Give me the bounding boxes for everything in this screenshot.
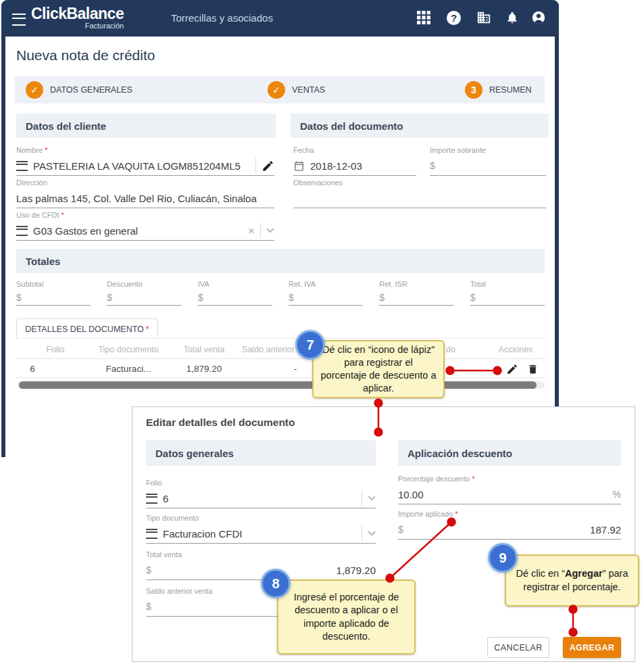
- page-title: Nueva nota de crédito: [16, 47, 155, 64]
- callout-7-box: Dé clic en “icono de lápiz” para registr…: [312, 340, 445, 398]
- list-handle-icon: [146, 494, 157, 504]
- total-descuento-field[interactable]: Descuento $: [107, 280, 181, 306]
- required-marker: *: [472, 475, 474, 483]
- observaciones-field[interactable]: Observaciones: [293, 179, 546, 208]
- chevron-down-icon[interactable]: [368, 531, 376, 536]
- section-datos-cliente: Datos del cliente: [16, 114, 276, 138]
- person-icon: [531, 10, 546, 25]
- agregar-button[interactable]: AGREGAR: [563, 637, 621, 658]
- step-datos-generales[interactable]: ✓ DATOS GENERALES: [26, 81, 132, 99]
- tipo-documento-label: Tipo documento: [146, 514, 376, 523]
- list-handle-icon: [146, 529, 157, 539]
- step-label: DATOS GENERALES: [50, 85, 132, 95]
- edit-row-button[interactable]: [506, 363, 518, 375]
- currency-prefix: $: [470, 292, 476, 303]
- total-subtotal-field[interactable]: Subtotal $: [16, 280, 91, 306]
- porcentaje-value: 10.00: [398, 489, 424, 500]
- total-total-field[interactable]: Total $: [470, 280, 545, 306]
- folio-label: Folio: [146, 479, 376, 488]
- required-marker: *: [61, 211, 64, 219]
- col-header-folio: Folio: [35, 345, 76, 354]
- list-handle-icon: [16, 226, 28, 236]
- apps-grid-icon[interactable]: [417, 11, 430, 24]
- bell-icon: [505, 10, 519, 25]
- step-resumen[interactable]: 3 RESUMEN: [465, 81, 532, 99]
- section-datos-documento: Datos del documento: [291, 114, 549, 138]
- tab-detalles-documento[interactable]: DETALLES DEL DOCUMENTO*: [16, 318, 158, 339]
- total-label: Ret. IVA: [289, 280, 363, 289]
- total-label: Descuento: [107, 280, 181, 289]
- total-ret-isr-field[interactable]: Ret. ISR $: [379, 280, 453, 306]
- list-handle-icon: [16, 161, 28, 171]
- account-button[interactable]: [531, 10, 546, 25]
- total-venta-label: Total venta: [146, 550, 376, 559]
- step-check-icon: ✓: [268, 81, 285, 99]
- tabs-divider: [16, 338, 545, 339]
- total-label: Subtotal: [16, 280, 91, 289]
- cell-saldo-anterior: -: [289, 364, 302, 374]
- tipo-documento-value: Facturacion CFDI: [163, 528, 243, 540]
- dialog-tipo-documento-field[interactable]: Tipo documento Facturacion CFDI: [146, 514, 376, 544]
- total-ret-iva-field[interactable]: Ret. IVA $: [289, 280, 363, 306]
- clear-icon[interactable]: ×: [248, 225, 255, 237]
- horizontal-scrollbar-thumb[interactable]: [19, 381, 537, 389]
- total-label: IVA: [198, 280, 272, 289]
- porcentaje-label: Porcentaje descuento: [398, 475, 470, 483]
- menu-button[interactable]: [12, 14, 26, 28]
- section-datos-generales: Datos generales: [146, 440, 376, 466]
- app-logo-subtitle: Facturación: [31, 22, 124, 30]
- help-question-glyph: ?: [451, 12, 457, 24]
- step-check-icon: ✓: [26, 81, 43, 99]
- company-name: Torrecillas y asociados: [171, 12, 273, 24]
- currency-prefix: $: [146, 601, 151, 612]
- callout-9-badge: 9: [488, 543, 518, 573]
- step-ventas[interactable]: ✓ VENTAS: [268, 81, 325, 99]
- currency-prefix: $: [289, 292, 294, 303]
- required-marker: *: [455, 510, 457, 518]
- divider: [260, 223, 261, 238]
- dialog-total-venta-field[interactable]: Total venta $ 1,879.20: [146, 550, 376, 580]
- totales-row: Subtotal $ Descuento $ IVA $ Ret. IVA $ …: [16, 280, 545, 306]
- callout-7-badge: 7: [295, 330, 325, 360]
- currency-prefix: $: [430, 160, 435, 171]
- total-iva-field[interactable]: IVA $: [198, 280, 272, 306]
- currency-prefix: $: [379, 292, 385, 303]
- chevron-down-icon[interactable]: [266, 228, 274, 233]
- callout-8-box: Ingresé el porcentaje de descuento a apl…: [277, 579, 416, 655]
- pencil-icon: [506, 363, 518, 375]
- uso-cfdi-field[interactable]: Uso de CFDI* G03 Gastos en general ×: [16, 211, 274, 241]
- notifications-button[interactable]: [505, 10, 519, 25]
- dialog-importe-aplicado-field[interactable]: Importe aplicado* $ 187.92: [398, 510, 621, 540]
- grid-icon: [417, 11, 430, 24]
- stepper: ✓ DATOS GENERALES ✓ VENTAS 3 RESUMEN: [15, 76, 545, 103]
- pencil-icon: [262, 160, 274, 172]
- cell-tipo-documento: Facturaci...: [89, 364, 168, 374]
- calendar-icon: [293, 160, 305, 172]
- dialog-porcentaje-descuento-field[interactable]: Porcentaje descuento* 10.00 %: [398, 475, 621, 504]
- cancel-button[interactable]: CANCELAR: [487, 637, 549, 658]
- nombre-field[interactable]: Nombre* PASTELERIA LA VAQUITA LOGM851204…: [16, 146, 274, 176]
- chevron-down-icon[interactable]: [368, 496, 376, 501]
- direccion-value: Las palmas 145, Col. Valle Del Rio, Culi…: [16, 193, 257, 204]
- delete-row-button[interactable]: [527, 363, 539, 375]
- currency-prefix: $: [398, 524, 403, 535]
- currency-prefix: $: [146, 565, 151, 575]
- importe-sobrante-label: Importe sobrante: [430, 146, 546, 155]
- cell-total-venta: 1,879.20: [165, 364, 243, 374]
- total-label: Ret. ISR: [379, 280, 453, 289]
- direccion-field[interactable]: Dirección Las palmas 145, Col. Valle Del…: [16, 179, 274, 208]
- divider: [255, 158, 256, 173]
- total-venta-value: 1,879.20: [337, 565, 376, 576]
- dialog-folio-field[interactable]: Folio 6: [146, 479, 376, 508]
- section-totales: Totales: [16, 249, 545, 273]
- fecha-field[interactable]: Fecha 2018-12-03: [293, 146, 416, 176]
- callout-8-badge: 8: [261, 569, 291, 598]
- section-aplicacion-descuento: Aplicación descuento: [398, 440, 621, 466]
- company-building-icon[interactable]: [476, 10, 491, 25]
- screen: ClickBalance Facturación Torrecillas y a…: [0, 0, 644, 664]
- help-icon[interactable]: ?: [447, 11, 461, 25]
- edit-name-button[interactable]: [262, 160, 274, 172]
- currency-prefix: $: [16, 292, 22, 303]
- currency-prefix: $: [107, 292, 112, 303]
- importe-sobrante-field[interactable]: Importe sobrante $: [430, 146, 546, 176]
